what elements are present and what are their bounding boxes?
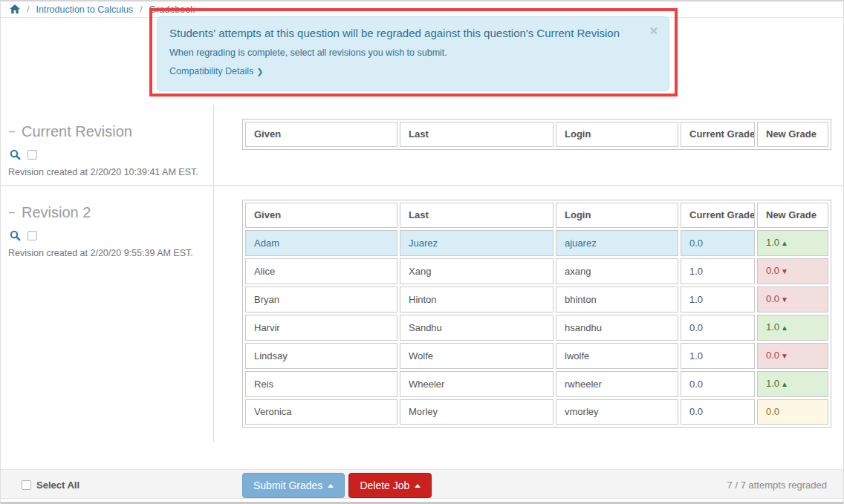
cell-last: Xang <box>400 258 554 284</box>
table-header-row: GivenLastLoginCurrent GradeNew Grade <box>245 203 828 228</box>
revision-created-text: Revision created at 2/20/20 9:55:39 AM E… <box>8 248 206 258</box>
search-icon[interactable] <box>10 230 21 241</box>
revision-created-text: Revision created at 2/20/20 10:39:41 AM … <box>8 167 206 177</box>
cell-login: ajuarez <box>556 230 678 256</box>
column-header: New Grade <box>757 203 828 228</box>
cell-given: Harvir <box>245 315 397 341</box>
cell-login: lwolfe <box>556 343 678 369</box>
caret-up-icon <box>328 484 334 488</box>
cell-new-grade: 0.0▼ <box>757 343 828 369</box>
student-row[interactable]: VeronicaMorleyvmorley0.00.0 <box>245 399 828 425</box>
cell-current-grade: 0.0 <box>681 371 755 397</box>
delete-job-button[interactable]: Delete Job <box>348 473 432 498</box>
submit-grades-button[interactable]: Submit Grades <box>242 473 345 498</box>
new-grade-value: 1.0 <box>766 237 779 248</box>
select-all-label: Select All <box>36 480 79 491</box>
student-row[interactable]: AliceXangaxang1.00.0▼ <box>245 258 828 284</box>
chevron-right-icon: ❯ <box>256 67 263 76</box>
student-row[interactable]: LindsayWolfelwolfe1.00.0▼ <box>245 343 828 369</box>
cell-current-grade: 0.0 <box>681 399 755 425</box>
cell-new-grade: 1.0▲ <box>757 371 828 397</box>
column-header: Login <box>556 122 678 147</box>
cell-login: rwheeler <box>556 371 678 397</box>
revision-info-panel: − Revision 2 Revision created at 2/20/20… <box>1 186 213 442</box>
column-header: Login <box>556 203 678 228</box>
cell-given: Bryan <box>245 287 397 312</box>
cell-given: Adam <box>245 230 397 256</box>
new-grade-value: 1.0 <box>766 378 779 389</box>
footer-bar: Select All Submit Grades Delete Job 7 / … <box>1 469 843 499</box>
column-header: Given <box>245 203 397 228</box>
student-row[interactable]: ReisWheelerrwheeler0.01.0▲ <box>245 371 828 397</box>
cell-login: axang <box>556 258 678 284</box>
current-revision-section: − Current Revision Revision created at 2… <box>1 105 843 185</box>
notification-subtitle: When regrading is complete, select all r… <box>169 48 657 58</box>
grades-table: GivenLastLoginCurrent GradeNew Grade Ada… <box>242 200 831 428</box>
select-all-control: Select All <box>22 470 79 500</box>
cell-last: Morley <box>400 399 554 425</box>
table-header-row: GivenLastLoginCurrent GradeNew Grade <box>245 122 828 147</box>
column-header: Last <box>400 203 554 228</box>
cell-given: Alice <box>245 258 397 284</box>
cell-new-grade: 1.0▲ <box>757 230 828 256</box>
cell-current-grade: 1.0 <box>681 287 755 312</box>
main-content: − Current Revision Revision created at 2… <box>1 105 843 442</box>
cell-new-grade: 0.0 <box>757 399 828 425</box>
new-grade-value: 1.0 <box>766 321 779 333</box>
student-row[interactable]: AdamJuarezajuarez0.01.0▲ <box>245 230 828 256</box>
cell-login: vmorley <box>556 399 678 425</box>
cell-given: Reis <box>245 371 397 397</box>
revision-info-panel: − Current Revision Revision created at 2… <box>1 105 213 185</box>
new-grade-value: 0.0 <box>766 265 779 276</box>
up-arrow-icon: ▲ <box>781 380 788 388</box>
down-arrow-icon: ▼ <box>781 267 788 275</box>
cell-last: Wheeler <box>400 371 554 397</box>
column-header: Given <box>245 122 397 147</box>
up-arrow-icon: ▲ <box>781 239 788 247</box>
compatibility-details-link[interactable]: Compatibility Details❯ <box>169 66 657 76</box>
cell-last: Sandhu <box>400 315 554 341</box>
cell-current-grade: 0.0 <box>681 315 755 341</box>
breadcrumb-gradebook-link[interactable]: Gradebook <box>149 4 195 15</box>
column-header: Last <box>400 122 554 147</box>
revision-checkbox[interactable] <box>27 150 37 160</box>
notification-title: Students' attempts at this question will… <box>169 27 657 39</box>
cell-new-grade: 0.0▼ <box>757 287 828 312</box>
cell-given: Lindsay <box>245 343 397 369</box>
revision-2-section: − Revision 2 Revision created at 2/20/20… <box>1 186 843 442</box>
revision-table-panel: GivenLastLoginCurrent GradeNew Grade <box>213 105 843 185</box>
new-grade-value: 0.0 <box>766 350 779 361</box>
home-icon[interactable] <box>10 4 20 14</box>
regrade-status-text: 7 / 7 attempts regraded <box>727 470 827 500</box>
select-all-checkbox[interactable] <box>22 480 31 490</box>
cell-login: bhinton <box>556 287 678 312</box>
breadcrumb-course-link[interactable]: Introduction to Calculus <box>36 4 133 15</box>
down-arrow-icon: ▼ <box>781 352 788 360</box>
cell-new-grade: 1.0▲ <box>757 315 828 341</box>
column-header: Current Grade <box>681 122 755 147</box>
cell-last: Juarez <box>400 230 554 256</box>
new-grade-value: 0.0 <box>766 293 779 304</box>
cell-given: Veronica <box>245 399 397 425</box>
breadcrumb-separator: / <box>140 4 142 15</box>
cell-login: hsandhu <box>556 315 678 341</box>
breadcrumb-separator: / <box>27 4 29 15</box>
close-icon[interactable]: ✕ <box>649 25 658 36</box>
grades-table: GivenLastLoginCurrent GradeNew Grade <box>242 119 831 150</box>
collapse-icon[interactable]: − <box>8 206 22 220</box>
cell-last: Hinton <box>400 287 554 312</box>
up-arrow-icon: ▲ <box>781 324 788 332</box>
student-row[interactable]: HarvirSandhuhsandhu0.01.0▲ <box>245 315 828 341</box>
search-icon[interactable] <box>10 149 21 160</box>
collapse-icon[interactable]: − <box>8 125 22 139</box>
revision-checkbox[interactable] <box>27 231 37 240</box>
submit-grades-label: Submit Grades <box>253 480 322 491</box>
cell-current-grade: 1.0 <box>681 343 755 369</box>
regrade-notification: Students' attempts at this question will… <box>157 16 669 91</box>
footer-buttons: Submit Grades Delete Job <box>242 473 432 498</box>
student-row[interactable]: BryanHintonbhinton1.00.0▼ <box>245 287 828 312</box>
cell-last: Wolfe <box>400 343 554 369</box>
cell-new-grade: 0.0▼ <box>757 258 828 284</box>
down-arrow-icon: ▼ <box>781 295 788 304</box>
regrade-job-page: / Introduction to Calculus / Gradebook S… <box>0 0 844 504</box>
